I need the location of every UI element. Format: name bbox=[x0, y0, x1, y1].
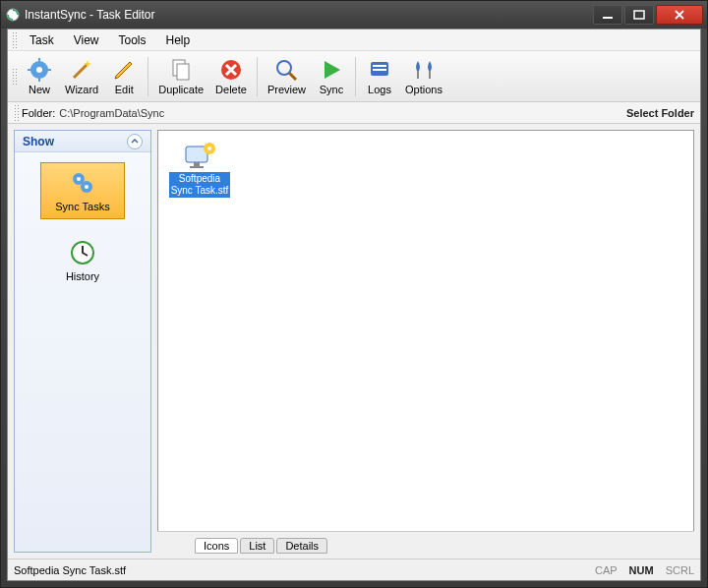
svg-rect-2 bbox=[634, 11, 644, 19]
sync-tasks-icon bbox=[69, 169, 96, 197]
sidebar-header[interactable]: Show bbox=[15, 131, 150, 152]
maximize-button[interactable] bbox=[624, 5, 654, 25]
svg-rect-25 bbox=[190, 166, 204, 168]
logs-button[interactable]: Logs bbox=[360, 56, 399, 97]
sync-tasks-label: Sync Tasks bbox=[55, 201, 109, 212]
view-tabs: Icons List Details bbox=[157, 531, 694, 553]
svg-rect-6 bbox=[38, 78, 40, 82]
file-list[interactable]: Softpedia Sync Task.stf bbox=[157, 130, 694, 531]
window-title: InstantSync - Task Editor bbox=[25, 8, 155, 22]
svg-point-12 bbox=[277, 61, 291, 75]
svg-rect-7 bbox=[28, 69, 31, 71]
delete-icon bbox=[219, 58, 243, 82]
toolbar: New Wizard Edit Duplicate Delete bbox=[8, 51, 700, 102]
folderbar-grip-icon[interactable] bbox=[14, 104, 20, 122]
toolbar-grip-icon[interactable] bbox=[12, 68, 18, 86]
play-icon bbox=[320, 58, 343, 82]
sidebar-item-history[interactable]: History bbox=[40, 233, 125, 288]
gear-icon bbox=[28, 58, 51, 82]
folder-path: C:\ProgramData\Sync bbox=[59, 107, 626, 119]
status-indicators: CAP NUM SCRL bbox=[595, 564, 694, 576]
menu-task[interactable]: Task bbox=[20, 31, 64, 49]
wizard-label: Wizard bbox=[65, 84, 98, 95]
svg-point-4 bbox=[36, 67, 42, 73]
svg-point-27 bbox=[207, 147, 211, 150]
close-button[interactable] bbox=[656, 5, 703, 25]
wand-icon bbox=[70, 58, 93, 82]
history-label: History bbox=[66, 270, 99, 282]
cap-indicator: CAP bbox=[595, 564, 618, 576]
logs-icon bbox=[368, 58, 391, 82]
tab-details[interactable]: Details bbox=[276, 538, 327, 554]
menu-help[interactable]: Help bbox=[156, 31, 201, 49]
svg-point-20 bbox=[77, 177, 81, 181]
sidebar-title: Show bbox=[23, 135, 54, 148]
menubar-grip-icon[interactable] bbox=[12, 31, 18, 49]
logs-label: Logs bbox=[368, 84, 391, 95]
statusbar: Softpedia Sync Task.stf CAP NUM SCRL bbox=[8, 559, 700, 580]
new-label: New bbox=[29, 84, 50, 95]
pencil-icon bbox=[112, 58, 136, 82]
file-item[interactable]: Softpedia Sync Task.stf bbox=[166, 139, 233, 198]
magnifier-icon bbox=[274, 58, 298, 82]
delete-button[interactable]: Delete bbox=[209, 56, 253, 97]
wizard-button[interactable]: Wizard bbox=[59, 56, 104, 97]
svg-point-21 bbox=[85, 185, 88, 189]
collapse-icon[interactable] bbox=[127, 134, 143, 149]
main-area: Show Sync Tasks History bbox=[8, 124, 700, 559]
options-label: Options bbox=[405, 84, 442, 95]
svg-rect-24 bbox=[194, 162, 200, 166]
num-indicator: NUM bbox=[629, 564, 654, 576]
svg-rect-16 bbox=[417, 71, 419, 79]
app-window: InstantSync - Task Editor Task View Tool… bbox=[0, 0, 708, 588]
duplicate-icon bbox=[169, 58, 193, 82]
content-panel: Softpedia Sync Task.stf Icons List Detai… bbox=[157, 130, 694, 553]
toolbar-separator bbox=[148, 57, 148, 96]
scrl-indicator: SCRL bbox=[666, 564, 694, 576]
sidebar: Show Sync Tasks History bbox=[14, 130, 151, 553]
clock-icon bbox=[69, 239, 96, 266]
duplicate-label: Duplicate bbox=[158, 84, 204, 95]
sync-label: Sync bbox=[320, 84, 343, 95]
sync-button[interactable]: Sync bbox=[312, 56, 351, 97]
delete-label: Delete bbox=[215, 84, 247, 95]
folder-label: Folder: bbox=[22, 107, 55, 119]
sidebar-body: Sync Tasks History bbox=[15, 152, 150, 552]
file-label: Softpedia Sync Task.stf bbox=[169, 172, 231, 198]
status-text: Softpedia Sync Task.stf bbox=[14, 564, 126, 576]
window-controls bbox=[591, 5, 703, 25]
menubar: Task View Tools Help bbox=[8, 29, 700, 51]
new-button[interactable]: New bbox=[20, 56, 59, 97]
toolbar-separator bbox=[257, 57, 258, 96]
select-folder-button[interactable]: Select Folder bbox=[626, 107, 694, 119]
menu-tools[interactable]: Tools bbox=[108, 31, 155, 49]
svg-rect-17 bbox=[429, 71, 431, 79]
tab-list[interactable]: List bbox=[240, 538, 274, 554]
svg-rect-14 bbox=[373, 65, 386, 67]
preview-label: Preview bbox=[267, 84, 306, 95]
folder-bar: Folder: C:\ProgramData\Sync Select Folde… bbox=[8, 102, 700, 124]
edit-label: Edit bbox=[115, 84, 134, 95]
options-button[interactable]: Options bbox=[399, 56, 448, 97]
svg-rect-15 bbox=[373, 69, 386, 71]
preview-button[interactable]: Preview bbox=[262, 56, 312, 97]
duplicate-button[interactable]: Duplicate bbox=[152, 56, 209, 97]
file-label-line1: Softpedia bbox=[171, 173, 229, 185]
edit-button[interactable]: Edit bbox=[104, 56, 144, 97]
options-icon bbox=[412, 58, 436, 82]
sidebar-item-sync-tasks[interactable]: Sync Tasks bbox=[40, 162, 125, 219]
titlebar[interactable]: InstantSync - Task Editor bbox=[1, 1, 707, 29]
app-icon bbox=[5, 7, 21, 23]
svg-rect-5 bbox=[38, 58, 40, 62]
svg-rect-10 bbox=[177, 64, 189, 80]
svg-rect-8 bbox=[47, 69, 51, 71]
svg-rect-1 bbox=[603, 17, 613, 19]
client-area: Task View Tools Help New Wizard Edit Dup bbox=[7, 29, 701, 581]
menu-view[interactable]: View bbox=[64, 31, 109, 49]
toolbar-separator bbox=[355, 57, 356, 96]
tab-icons[interactable]: Icons bbox=[195, 538, 238, 554]
task-file-icon bbox=[180, 139, 219, 170]
minimize-button[interactable] bbox=[593, 5, 622, 25]
file-label-line2: Sync Task.stf bbox=[171, 185, 229, 197]
